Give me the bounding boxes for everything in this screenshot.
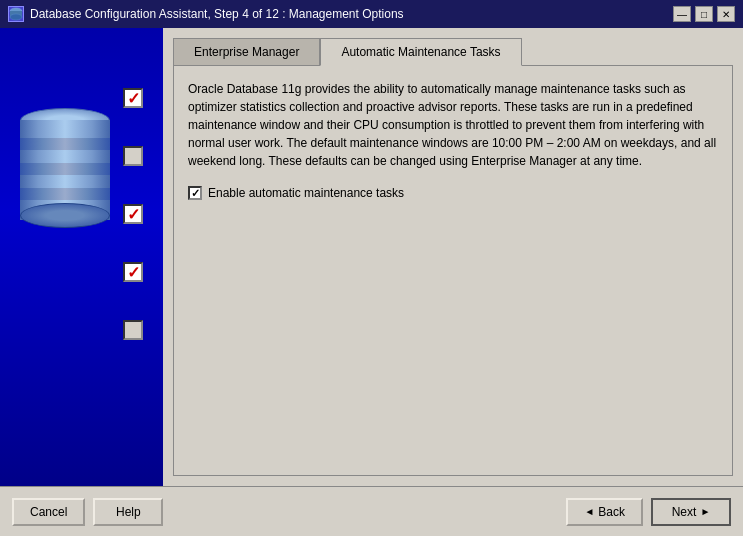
description-text: Oracle Database 11g provides the ability… <box>188 80 718 170</box>
next-button[interactable]: Next ► <box>651 498 731 526</box>
title-bar: Database Configuration Assistant, Step 4… <box>0 0 743 28</box>
sidebar-checkbox-4[interactable] <box>123 262 143 282</box>
sidebar-checkbox-1[interactable] <box>123 88 143 108</box>
tab-enterprise-manager[interactable]: Enterprise Manager <box>173 38 320 66</box>
sidebar <box>0 28 163 486</box>
tab-bar: Enterprise Manager Automatic Maintenance… <box>173 38 733 66</box>
main-container: Enterprise Manager Automatic Maintenance… <box>0 28 743 486</box>
app-icon <box>8 6 24 22</box>
close-button[interactable]: ✕ <box>717 6 735 22</box>
svg-point-2 <box>10 14 22 20</box>
next-arrow-icon: ► <box>700 506 710 517</box>
cancel-button[interactable]: Cancel <box>12 498 85 526</box>
database-image <box>15 108 115 248</box>
enable-maintenance-label: Enable automatic maintenance tasks <box>208 186 404 200</box>
back-button[interactable]: ◄ Back <box>566 498 643 526</box>
enable-checkbox-row: Enable automatic maintenance tasks <box>188 186 718 200</box>
bottom-bar: Cancel Help ◄ Back Next ► <box>0 486 743 536</box>
content-box: Oracle Database 11g provides the ability… <box>173 65 733 476</box>
back-arrow-icon: ◄ <box>584 506 594 517</box>
title-bar-buttons: — □ ✕ <box>673 6 735 22</box>
maximize-button[interactable]: □ <box>695 6 713 22</box>
bottom-left-buttons: Cancel Help <box>12 498 163 526</box>
title-bar-text: Database Configuration Assistant, Step 4… <box>30 7 673 21</box>
help-button[interactable]: Help <box>93 498 163 526</box>
sidebar-checkbox-3[interactable] <box>123 204 143 224</box>
tab-automatic-maintenance[interactable]: Automatic Maintenance Tasks <box>320 38 521 66</box>
sidebar-checkbox-2[interactable] <box>123 146 143 166</box>
minimize-button[interactable]: — <box>673 6 691 22</box>
content-panel: Enterprise Manager Automatic Maintenance… <box>163 28 743 486</box>
bottom-right-buttons: ◄ Back Next ► <box>566 498 731 526</box>
enable-maintenance-checkbox[interactable] <box>188 186 202 200</box>
sidebar-checkbox-5[interactable] <box>123 320 143 340</box>
